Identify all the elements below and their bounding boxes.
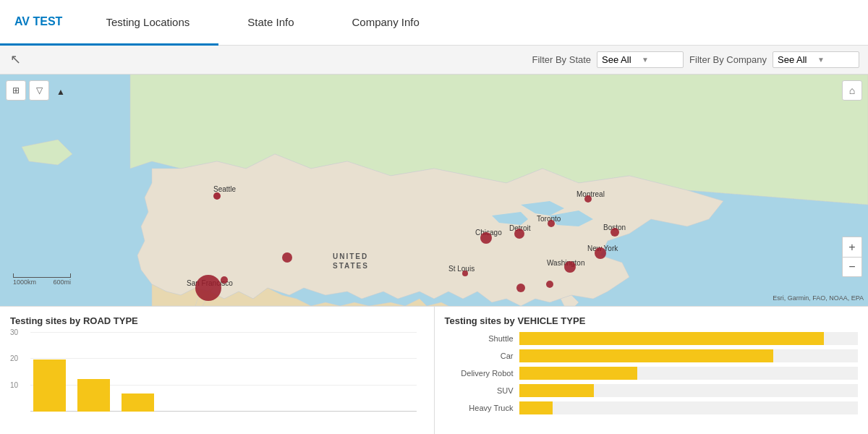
bar-h-row-suv: SUV — [445, 384, 859, 397]
svg-point-39 — [584, 195, 592, 203]
bar-v-1 — [33, 359, 66, 412]
map-svg: Seattle San Francisco Los Angeles Dallas… — [0, 75, 868, 306]
scale-label-km: 1000km — [13, 278, 36, 286]
map-filter-btn[interactable]: ▽ — [29, 80, 49, 101]
bar-v-2 — [77, 379, 110, 412]
bar-h-row-delivery: Delivery Robot — [445, 367, 859, 380]
map-zoom-controls: + − — [842, 237, 862, 277]
filter-state-select[interactable]: See All ▼ — [597, 51, 684, 68]
filter-bar: ↖ Filter By State See All ▼ Filter By Co… — [0, 46, 868, 75]
bar-chart-horizontal: Shuttle Car Delivery Robot SUV — [445, 332, 859, 414]
bar-h-label-heavy-truck: Heavy Truck — [445, 404, 514, 412]
map-scale: 1000km 600mi — [13, 273, 71, 286]
svg-text:UNITED: UNITED — [333, 252, 368, 260]
bar-h-fill-suv — [519, 384, 594, 397]
map-attribution: Esri, Garmin, FAO, NOAA, EPA — [773, 294, 864, 302]
bar-h-track-car — [519, 349, 859, 362]
bar-chart-vertical: 30 20 10 — [10, 332, 424, 426]
map-select-btn[interactable]: ⊞ — [6, 80, 26, 101]
bar-h-track-shuttle — [519, 332, 859, 345]
svg-point-36 — [595, 247, 606, 259]
map-home-btn[interactable]: ⌂ — [842, 80, 862, 101]
cursor-icon: ↖ — [10, 51, 21, 67]
bar-h-label-car: Car — [445, 352, 514, 360]
bar-h-label-suv: SUV — [445, 386, 514, 395]
map-scale-bar — [13, 273, 71, 278]
scale-label-mi: 600mi — [53, 278, 71, 286]
svg-point-37 — [610, 228, 619, 237]
svg-point-30 — [480, 232, 492, 244]
chart-road-type: Testing sites by ROAD TYPE 30 20 10 — [0, 306, 434, 434]
north-arrow: ▲ — [56, 87, 65, 97]
svg-text:Seattle: Seattle — [213, 185, 237, 193]
svg-point-40 — [282, 252, 292, 263]
bar-h-row-shuttle: Shuttle — [445, 332, 859, 345]
svg-point-32 — [462, 271, 468, 276]
bar-h-fill-car — [519, 349, 773, 362]
svg-point-35 — [564, 261, 576, 273]
filter-state-value: See All — [602, 54, 639, 65]
map-container[interactable]: Seattle San Francisco Los Angeles Dallas… — [0, 75, 868, 306]
chevron-down-icon: ▼ — [817, 56, 854, 64]
bar-h-row-car: Car — [445, 349, 859, 362]
bar-h-label-delivery: Delivery Robot — [445, 369, 514, 378]
svg-point-42 — [516, 284, 525, 292]
bar-v-3 — [122, 393, 154, 412]
svg-point-26 — [221, 276, 228, 284]
bar-h-fill-shuttle — [519, 332, 825, 345]
bar-h-track-heavy-truck — [519, 401, 859, 414]
svg-text:St Louis: St Louis — [448, 265, 475, 273]
nav-logo[interactable]: AV TEST — [0, 0, 77, 46]
bar-h-fill-delivery — [519, 367, 638, 380]
filter-company-value: See All — [778, 54, 814, 65]
bar-h-fill-heavy-truck — [519, 401, 553, 414]
map-zoom-in-btn[interactable]: + — [842, 237, 862, 257]
svg-point-25 — [195, 275, 221, 301]
bar-h-row-heavy-truck: Heavy Truck — [445, 401, 859, 414]
filter-state-label: Filter By State — [532, 54, 591, 65]
filter-company-label: Filter By Company — [689, 54, 767, 65]
bar-h-track-delivery — [519, 367, 859, 380]
tab-testing-locations[interactable]: Testing Locations — [77, 0, 218, 46]
svg-point-44 — [546, 281, 553, 288]
svg-point-31 — [514, 229, 524, 239]
chart-vehicle-title: Testing sites by VEHICLE TYPE — [445, 315, 859, 326]
nav-bar: AV TEST Testing Locations State Info Com… — [0, 0, 868, 46]
chart-road-title: Testing sites by ROAD TYPE — [10, 315, 424, 326]
bar-h-label-shuttle: Shuttle — [445, 334, 514, 343]
charts-row: Testing sites by ROAD TYPE 30 20 10 — [0, 306, 868, 434]
chart-vehicle-type: Testing sites by VEHICLE TYPE Shuttle Ca… — [434, 306, 869, 434]
map-toolbar: ⊞ ▽ — [6, 80, 49, 101]
svg-text:STATES: STATES — [333, 262, 369, 270]
chevron-down-icon: ▼ — [642, 56, 678, 64]
filter-company-select[interactable]: See All ▼ — [773, 51, 859, 68]
map-zoom-out-btn[interactable]: − — [842, 257, 862, 277]
svg-point-24 — [213, 192, 221, 200]
tab-state-info[interactable]: State Info — [218, 0, 323, 46]
tab-company-info[interactable]: Company Info — [323, 0, 448, 46]
bar-h-track-suv — [519, 384, 859, 397]
svg-point-38 — [548, 220, 555, 227]
